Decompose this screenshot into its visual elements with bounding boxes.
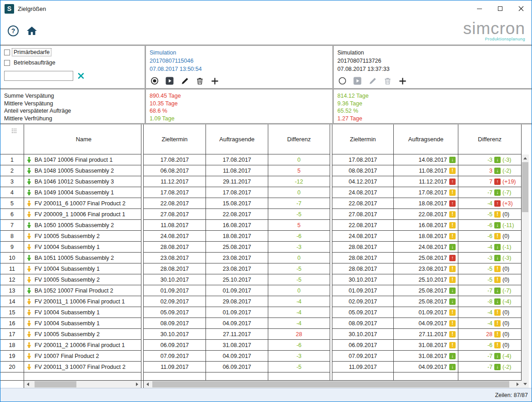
table-row[interactable]: 19 FV 10007 Final Product 2 07.09.2017 0… bbox=[0, 351, 522, 362]
table-header: Name Zieltermin Auftragsende Differenz Z… bbox=[0, 124, 522, 154]
sim2-add-button[interactable] bbox=[397, 76, 407, 86]
close-button[interactable] bbox=[511, 0, 532, 17]
table-row[interactable]: 2 BA 1048 10005 Subassembly 2 06.08.2017… bbox=[0, 165, 522, 176]
differenz-2-value: 28 bbox=[482, 331, 492, 337]
scroll-left-button[interactable] bbox=[144, 381, 151, 388]
scroll-right-button[interactable] bbox=[514, 381, 522, 388]
table-row[interactable]: 4 BA 1049 10004 Subassembly 1 17.08.2017… bbox=[0, 187, 522, 198]
name-horizontal-scrollbar[interactable] bbox=[24, 381, 141, 388]
table-row[interactable]: 20 FV 200011_3 10007 Final Product 2 11.… bbox=[0, 362, 522, 372]
sim1-start-button[interactable] bbox=[165, 76, 175, 86]
auftragsende-1-cell: 01.09.2017 bbox=[206, 285, 268, 296]
scroll-down-button[interactable] bbox=[522, 380, 529, 388]
table-row[interactable]: 8 FV 10005 Subassembly 2 24.08.2017 18.0… bbox=[0, 231, 522, 242]
sim1-id: 20170807115046 bbox=[150, 57, 329, 65]
scroll-left-button[interactable] bbox=[24, 381, 32, 388]
scrollbar-track[interactable] bbox=[32, 381, 133, 388]
help-icon: ? bbox=[11, 27, 15, 35]
data-horizontal-scrollbar[interactable] bbox=[144, 381, 522, 388]
stat-value: 814.12 Tage bbox=[337, 92, 528, 100]
betriebsauftraege-checkbox[interactable] bbox=[4, 60, 10, 66]
table-row[interactable]: 11 FV 10004 Subassembly 1 28.08.2017 23.… bbox=[0, 263, 522, 274]
home-button[interactable] bbox=[26, 25, 38, 36]
header-differenz-2[interactable]: Differenz bbox=[458, 124, 522, 154]
scroll-up-button[interactable] bbox=[522, 154, 529, 162]
table-row[interactable]: 6 FV 200009_1 10006 Final product 1 27.0… bbox=[0, 209, 522, 220]
sim1-delete-button[interactable] bbox=[195, 76, 205, 86]
table-row[interactable]: 7 BA 1050 10005 Subassembly 2 11.08.2017… bbox=[0, 220, 522, 231]
table-row[interactable]: 5 FV 200011_6 10007 Final Product 2 22.0… bbox=[0, 198, 522, 209]
scrollbar-thumb[interactable] bbox=[522, 162, 528, 212]
trend-icon: ! bbox=[494, 331, 501, 337]
zieltermin-2-cell: 28.08.2017 bbox=[332, 253, 394, 263]
rows-indicator: Zeilen: 87/87 bbox=[495, 392, 528, 398]
table-row[interactable]: 18 FV 200011_2 10006 Final product 1 06.… bbox=[0, 340, 522, 351]
header-zieltermin-1[interactable]: Zieltermin bbox=[144, 124, 206, 154]
clear-filter-button[interactable] bbox=[77, 72, 85, 79]
differenz-2-value: -6 bbox=[482, 342, 492, 348]
trend-icon: ↑ bbox=[494, 179, 501, 185]
row-name-cell: FV 10004 Subassembly 1 bbox=[24, 242, 141, 253]
header-auftragsende-2[interactable]: Auftragsende bbox=[394, 124, 458, 154]
header-auftragsende-1[interactable]: Auftragsende bbox=[206, 124, 268, 154]
table-row[interactable]: 17 FV 10005 Subassembly 2 30.10.2017 27.… bbox=[0, 329, 522, 340]
primaerbedarfe-checkbox-row[interactable]: Primärbedarfe bbox=[4, 49, 141, 56]
scrollbar-thumb[interactable] bbox=[35, 381, 76, 387]
differenz-2-cell: -3 ↓ (-3) bbox=[458, 154, 522, 165]
handle-header-cell[interactable] bbox=[0, 124, 24, 154]
sim2-start-button[interactable] bbox=[352, 76, 362, 86]
sim2-edit-button[interactable] bbox=[367, 76, 377, 86]
sim2-type: Simulation bbox=[337, 49, 528, 57]
table-row[interactable]: 1 BA 1047 10006 Final product 1 17.08.20… bbox=[0, 154, 522, 165]
scrollbar-track[interactable] bbox=[522, 162, 529, 380]
betriebsauftraege-checkbox-row[interactable]: Betriebsaufträge bbox=[4, 59, 141, 66]
header-name[interactable]: Name bbox=[24, 124, 141, 154]
trend-icon: ! bbox=[449, 331, 456, 337]
table-row[interactable]: 16 FV 10004 Subassembly 1 08.09.2017 04.… bbox=[0, 318, 522, 329]
trend-icon: ↓ bbox=[449, 244, 456, 250]
filter-input[interactable] bbox=[4, 71, 73, 81]
differenz-2-value: -3 bbox=[482, 157, 492, 163]
row-number-cell: 18 bbox=[0, 340, 24, 351]
table-row[interactable]: 13 BA 1052 10007 Final Product 2 01.09.2… bbox=[0, 285, 522, 296]
sim1-add-button[interactable] bbox=[210, 76, 220, 86]
primaerbedarfe-checkbox[interactable] bbox=[4, 50, 10, 55]
differenz-2-value: 3 bbox=[482, 168, 492, 174]
row-name-cell: FV 200011_3 10007 Final Product 2 bbox=[24, 362, 141, 372]
scrollbar-thumb[interactable] bbox=[152, 381, 509, 387]
primaerbedarfe-label[interactable]: Primärbedarfe bbox=[12, 49, 51, 56]
table-row[interactable]: 9 FV 10004 Subassembly 1 28.08.2017 25.0… bbox=[0, 242, 522, 253]
row-name-cell: BA 1048 10005 Subassembly 2 bbox=[24, 165, 141, 176]
auftragsende-2-date: 01.09.2017 bbox=[418, 309, 447, 316]
table-row[interactable]: 12 FV 10005 Subassembly 2 30.10.2017 25.… bbox=[0, 274, 522, 285]
row-name-cell: BA 1047 10006 Final product 1 bbox=[24, 154, 141, 165]
sim2-select-radio[interactable] bbox=[337, 76, 347, 86]
sim1-edit-button[interactable] bbox=[180, 76, 190, 86]
betriebsauftraege-label[interactable]: Betriebsaufträge bbox=[12, 59, 57, 66]
table-row[interactable]: 15 FV 10004 Subassembly 1 05.09.2017 01.… bbox=[0, 307, 522, 318]
row-name-cell: BA 1051 10005 Subassembly 2 bbox=[24, 253, 141, 263]
auftragsende-2-date: 31.08.2017 bbox=[418, 353, 447, 359]
sim2-delete-button[interactable] bbox=[382, 76, 392, 86]
vertical-scrollbar[interactable] bbox=[522, 124, 529, 388]
simulation-2-panel: Simulation 20170807113726 07.08.2017 13:… bbox=[334, 46, 532, 89]
delta-value: (-3) bbox=[502, 255, 519, 261]
maximize-button[interactable] bbox=[490, 0, 511, 17]
trend-icon: ↑ bbox=[449, 179, 456, 185]
help-button[interactable]: ? bbox=[8, 25, 19, 36]
drag-handle-icon[interactable] bbox=[12, 129, 13, 129]
table-row[interactable]: 10 BA 1051 10005 Subassembly 2 23.08.201… bbox=[0, 253, 522, 263]
zieltermin-2-cell: 30.10.2017 bbox=[332, 329, 394, 340]
header-zieltermin-2[interactable]: Zieltermin bbox=[332, 124, 394, 154]
scroll-right-button[interactable] bbox=[133, 381, 141, 388]
sim1-select-radio[interactable] bbox=[150, 76, 160, 86]
differenz-2-cell: -5 ! (0) bbox=[458, 274, 522, 285]
table-row[interactable]: 3 BA 1046 10012 Subassembly 3 11.12.2017… bbox=[0, 176, 522, 187]
auftragsende-2-cell: 16.08.2017 ! bbox=[394, 220, 458, 231]
trend-icon: ! bbox=[494, 233, 501, 239]
minimize-button[interactable] bbox=[469, 0, 490, 17]
differenz-2-value: -7 bbox=[482, 353, 492, 359]
table-row[interactable]: 14 FV 200011_1 10006 Final product 1 02.… bbox=[0, 296, 522, 307]
scrollbar-track[interactable] bbox=[151, 381, 514, 388]
header-differenz-1[interactable]: Differenz bbox=[268, 124, 330, 154]
